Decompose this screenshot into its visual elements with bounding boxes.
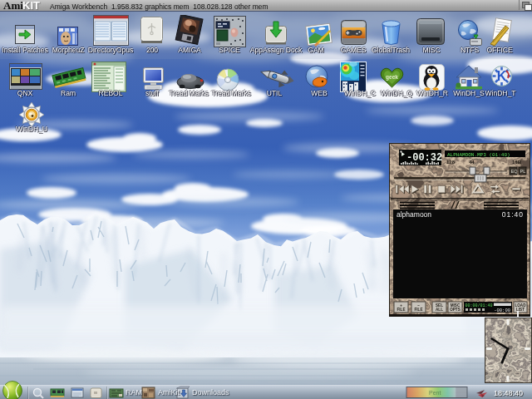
- svg-text:-00:00: -00:00: [494, 308, 510, 313]
- svg-text:FILE: FILE: [415, 308, 423, 312]
- svg-text:K: K: [497, 69, 507, 83]
- svg-text:MISC: MISC: [451, 303, 461, 308]
- svg-text:SEL: SEL: [436, 303, 443, 308]
- svg-text:alphamoon: alphamoon: [397, 210, 431, 219]
- svg-text:ALPHAMOON.MP3 (01:40): ALPHAMOON.MP3 (01:40): [447, 152, 510, 158]
- svg-text:–: –: [417, 303, 420, 308]
- svg-text:ALL: ALL: [436, 308, 443, 312]
- svg-text:01:40: 01:40: [502, 210, 524, 219]
- svg-text:OPTS: OPTS: [450, 308, 461, 312]
- svg-text:EQ: EQ: [511, 169, 519, 174]
- svg-text:44: 44: [469, 160, 475, 165]
- svg-text:16B: 16B: [512, 160, 522, 165]
- svg-text:geek: geek: [386, 74, 398, 81]
- svg-text:Pent: Pent: [429, 390, 441, 396]
- svg-text:128: 128: [446, 160, 456, 165]
- svg-text:00:00/01:40: 00:00/01:40: [466, 303, 493, 308]
- svg-text:FILE: FILE: [397, 308, 406, 312]
- svg-text:+: +: [400, 303, 402, 308]
- svg-text:PL: PL: [520, 169, 526, 174]
- svg-text:LOAD: LOAD: [515, 303, 526, 308]
